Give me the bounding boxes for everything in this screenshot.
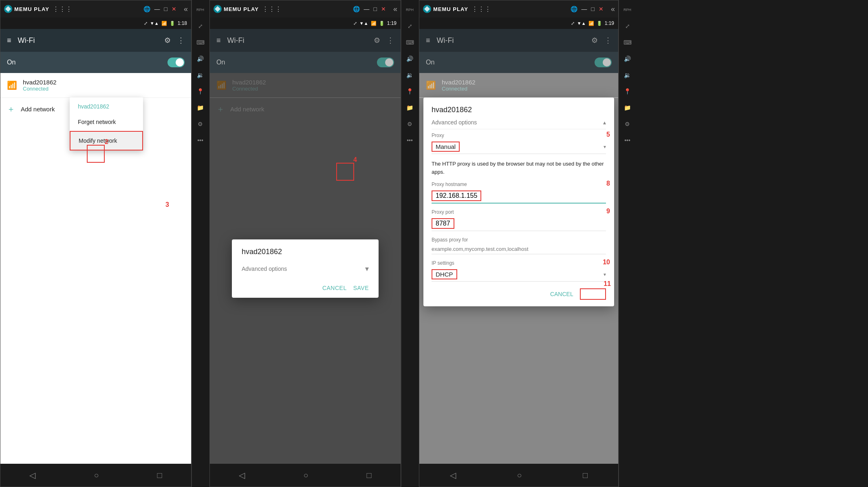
toggle-switch-2[interactable] bbox=[377, 58, 394, 67]
more-sidebar-icon-2[interactable]: ••• bbox=[403, 133, 417, 148]
maximize-btn-3[interactable]: □ bbox=[591, 6, 595, 12]
ip-settings-label-3: IP settings bbox=[432, 260, 606, 266]
folder-icon-1[interactable]: 📁 bbox=[193, 100, 208, 115]
expand-icon-2: ⤢ bbox=[353, 21, 357, 26]
location-icon-2[interactable]: 📍 bbox=[403, 84, 417, 99]
more-sidebar-icon-3[interactable]: ••• bbox=[620, 133, 635, 148]
proxy-dropdown-icon-3[interactable]: ▾ bbox=[604, 144, 606, 150]
advanced-dialog-3: hvad201862 Advanced options ▴ Proxy Manu… bbox=[423, 97, 614, 306]
back-btn-3[interactable]: ◁ bbox=[450, 470, 456, 480]
proxy-value-box-3[interactable]: Manual bbox=[432, 142, 460, 152]
window-icon-3: 🌐 bbox=[571, 6, 577, 12]
maximize-btn-1[interactable]: □ bbox=[164, 6, 167, 12]
maximize-btn-2[interactable]: □ bbox=[374, 6, 377, 12]
window-icon-1: 🌐 bbox=[143, 6, 150, 12]
fit-icon-3[interactable]: ⤢ bbox=[620, 19, 635, 33]
content-1: 📶 hvad201862 Connected ＋ Add network hva… bbox=[0, 73, 191, 464]
back-btn-1[interactable]: ◁ bbox=[29, 470, 35, 480]
back-btn-2[interactable]: ◁ bbox=[239, 470, 245, 480]
settings-icon-1[interactable]: ⚙ bbox=[164, 36, 171, 45]
close-btn-2[interactable]: ✕ bbox=[381, 6, 386, 12]
more-icon-1[interactable]: ⋮ bbox=[177, 36, 185, 45]
location-icon-1[interactable]: 📍 bbox=[193, 84, 208, 99]
cell-signal-2: 📶 bbox=[371, 21, 377, 26]
folder-icon-2[interactable]: 📁 bbox=[403, 100, 417, 115]
recent-btn-2[interactable]: □ bbox=[366, 471, 371, 480]
collapse-icon-2[interactable]: « bbox=[393, 5, 397, 13]
keyboard-icon-2[interactable]: ⌨ bbox=[403, 35, 417, 50]
settings-sidebar-icon-2[interactable]: ⚙ bbox=[403, 117, 417, 131]
rpm-icon-1[interactable]: RPH bbox=[193, 2, 208, 17]
vol-up-icon-3[interactable]: 🔊 bbox=[620, 51, 635, 66]
menu-icon-1[interactable]: ≡ bbox=[7, 36, 11, 45]
ip-dropdown-icon-3[interactable]: ▾ bbox=[604, 272, 606, 277]
more-sidebar-icon-1[interactable]: ••• bbox=[193, 133, 208, 148]
annotation-label-9: 9 bbox=[606, 208, 610, 215]
vol-down-icon-1[interactable]: 🔉 bbox=[193, 68, 208, 82]
settings-sidebar-icon-1[interactable]: ⚙ bbox=[193, 117, 208, 131]
proxy-port-box-3[interactable]: 8787 bbox=[432, 218, 454, 229]
close-btn-1[interactable]: ✕ bbox=[172, 6, 176, 12]
chevron-down-btn-2[interactable]: ▾ bbox=[365, 264, 369, 273]
toggle-label-2: On bbox=[216, 59, 377, 66]
toggle-switch-3[interactable] bbox=[595, 58, 612, 67]
folder-icon-3[interactable]: 📁 bbox=[620, 100, 635, 115]
panel1: MEMU PLAY ⋮⋮⋮ 🌐 — □ ✕ « ⤢ ▼▲ 📶 🔋 1:18 ≡ … bbox=[0, 0, 192, 487]
statusbar-3: ⤢ ▼▲ 📶 🔋 1:19 bbox=[419, 18, 618, 29]
memu-logo-icon-2 bbox=[213, 4, 222, 13]
collapse-icon-3[interactable]: « bbox=[611, 5, 615, 13]
ip-settings-value-3: DHCP bbox=[432, 269, 604, 279]
chevron-up-icon-3[interactable]: ▴ bbox=[603, 119, 606, 126]
dialog-cancel-btn-2[interactable]: CANCEL bbox=[322, 285, 347, 291]
battery-2: 🔋 bbox=[379, 21, 385, 26]
vol-down-icon-3[interactable]: 🔉 bbox=[620, 68, 635, 82]
forget-network-btn[interactable]: Forget network bbox=[70, 113, 143, 131]
proxy-hostname-box-3[interactable]: 192.168.1.155 bbox=[432, 190, 481, 201]
recent-btn-1[interactable]: □ bbox=[157, 471, 162, 480]
location-icon-3[interactable]: 📍 bbox=[620, 84, 635, 99]
proxy-field-group-3: Proxy Manual ▾ 5 bbox=[432, 133, 606, 154]
adv-cancel-btn-3[interactable]: CANCEL bbox=[550, 288, 573, 300]
fit-icon-1[interactable]: ⤢ bbox=[193, 19, 208, 33]
minimize-btn-2[interactable]: — bbox=[364, 6, 370, 12]
titlebar-3: MEMU PLAY ⋮⋮⋮ 🌐 — □ ✕ « bbox=[419, 0, 618, 18]
logo-2: MEMU PLAY bbox=[213, 4, 259, 13]
vol-down-icon-2[interactable]: 🔉 bbox=[403, 68, 417, 82]
minimize-btn-3[interactable]: — bbox=[582, 6, 587, 12]
wifi-connected-icon-1: 📶 bbox=[7, 80, 17, 90]
title-controls-3: 🌐 — □ ✕ « bbox=[571, 5, 615, 13]
cell-signal-3: 📶 bbox=[588, 21, 594, 26]
app-title-1: Wi-Fi bbox=[18, 36, 158, 45]
adv-save-btn-3[interactable]: SAVE bbox=[580, 288, 606, 300]
close-btn-3[interactable]: ✕ bbox=[599, 6, 604, 12]
toggle-switch-1[interactable] bbox=[167, 58, 185, 67]
home-btn-3[interactable]: ○ bbox=[517, 471, 522, 480]
minimize-btn-1[interactable]: — bbox=[154, 6, 160, 12]
bypass-row-3 bbox=[432, 244, 606, 255]
bypass-input-3[interactable] bbox=[432, 246, 606, 252]
home-btn-2[interactable]: ○ bbox=[303, 471, 308, 480]
statusbar-1: ⤢ ▼▲ 📶 🔋 1:18 bbox=[0, 18, 191, 29]
vol-up-icon-2[interactable]: 🔊 bbox=[403, 51, 417, 66]
ip-settings-box-3[interactable]: DHCP bbox=[432, 269, 457, 279]
wifi-signal-3: ▼▲ bbox=[577, 21, 586, 26]
keyboard-icon-1[interactable]: ⌨ bbox=[193, 35, 208, 50]
title-dots-1: ⋮⋮⋮ bbox=[53, 5, 72, 13]
logo-text-3: MEMU PLAY bbox=[433, 6, 468, 12]
network-item-1[interactable]: 📶 hvad201862 Connected bbox=[0, 73, 191, 98]
home-btn-1[interactable]: ○ bbox=[94, 471, 99, 480]
dialog-save-btn-2[interactable]: SAVE bbox=[353, 285, 369, 291]
settings-sidebar-icon-3[interactable]: ⚙ bbox=[620, 117, 635, 131]
expand-icon-1: ⤢ bbox=[144, 21, 148, 26]
recent-btn-3[interactable]: □ bbox=[583, 471, 588, 480]
proxy-value-row-3: Manual ▾ bbox=[432, 140, 606, 154]
vol-up-icon-1[interactable]: 🔊 bbox=[193, 51, 208, 66]
fit-icon-2[interactable]: ⤢ bbox=[403, 19, 417, 33]
keyboard-icon-3[interactable]: ⌨ bbox=[620, 35, 635, 50]
more-icon-3: ⋮ bbox=[604, 36, 612, 45]
modify-network-btn[interactable]: Modify network bbox=[70, 131, 143, 151]
rpm-icon-3[interactable]: RPH bbox=[620, 2, 635, 17]
annotation-label-5: 5 bbox=[606, 131, 610, 138]
collapse-icon-1[interactable]: « bbox=[184, 5, 188, 13]
rpm-icon-2[interactable]: RPH bbox=[403, 2, 417, 17]
